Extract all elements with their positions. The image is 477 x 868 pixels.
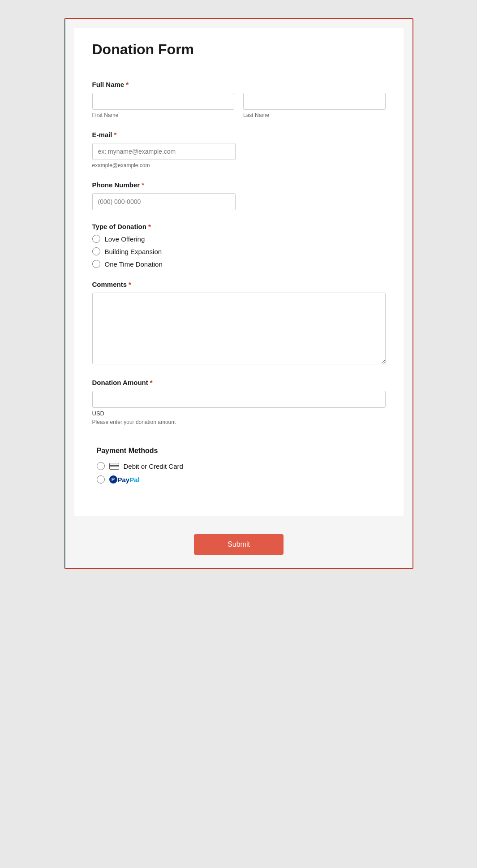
radio-building-expansion-label: Building Expansion bbox=[105, 248, 162, 255]
last-name-input[interactable] bbox=[243, 93, 386, 110]
first-name-col: First Name bbox=[92, 93, 235, 118]
paypal-logo: PPayPal bbox=[109, 475, 140, 484]
radio-one-time-donation-input[interactable] bbox=[92, 260, 100, 268]
radio-love-offering-input[interactable] bbox=[92, 235, 100, 243]
donation-amount-group: Donation Amount* USD Please enter your d… bbox=[92, 379, 386, 425]
first-name-input[interactable] bbox=[92, 93, 235, 110]
title-divider bbox=[92, 67, 386, 67]
radio-one-time-donation[interactable]: One Time Donation bbox=[92, 260, 386, 268]
donation-amount-input[interactable] bbox=[92, 391, 386, 408]
payment-radio-card[interactable] bbox=[97, 462, 105, 470]
phone-label: Phone Number* bbox=[92, 181, 386, 189]
submit-button[interactable]: Submit bbox=[194, 534, 284, 555]
radio-one-time-donation-label: One Time Donation bbox=[105, 260, 163, 268]
required-star: * bbox=[126, 81, 129, 88]
radio-building-expansion[interactable]: Building Expansion bbox=[92, 247, 386, 255]
required-star-comments: * bbox=[129, 281, 131, 288]
amount-hint: Please enter your donation amount bbox=[92, 419, 386, 425]
last-name-hint: Last Name bbox=[243, 112, 386, 118]
donation-type-label: Type of Donation* bbox=[92, 223, 386, 230]
comments-textarea[interactable] bbox=[92, 293, 386, 364]
required-star-phone: * bbox=[142, 181, 144, 189]
radio-building-expansion-input[interactable] bbox=[92, 247, 100, 255]
email-input[interactable] bbox=[92, 143, 236, 160]
radio-love-offering[interactable]: Love Offering bbox=[92, 235, 386, 243]
full-name-group: Full Name* First Name Last Name bbox=[92, 81, 386, 118]
currency-label: USD bbox=[92, 410, 386, 417]
form-container: Donation Form Full Name* First Name Last… bbox=[64, 18, 413, 569]
required-star-amount: * bbox=[150, 379, 153, 386]
credit-card-icon bbox=[109, 463, 119, 470]
donation-type-radio-group: Love Offering Building Expansion One Tim… bbox=[92, 235, 386, 268]
submit-section: Submit bbox=[65, 525, 413, 568]
donation-type-group: Type of Donation* Love Offering Building… bbox=[92, 223, 386, 268]
form-inner: Donation Form Full Name* First Name Last… bbox=[74, 28, 404, 516]
email-label: E-mail* bbox=[92, 131, 386, 138]
first-name-hint: First Name bbox=[92, 112, 235, 118]
full-name-label: Full Name* bbox=[92, 81, 386, 88]
radio-love-offering-label: Love Offering bbox=[105, 235, 145, 243]
email-group: E-mail* example@example.com bbox=[92, 131, 386, 168]
phone-group: Phone Number* bbox=[92, 181, 386, 210]
name-row: First Name Last Name bbox=[92, 93, 386, 118]
phone-input[interactable] bbox=[92, 193, 236, 210]
last-name-col: Last Name bbox=[243, 93, 386, 118]
payment-methods-section: Payment Methods Debit or Credit Card PPa… bbox=[92, 438, 386, 498]
donation-amount-label: Donation Amount* bbox=[92, 379, 386, 386]
payment-option-paypal: PPayPal bbox=[92, 475, 386, 484]
paypal-p-icon: P bbox=[109, 475, 117, 484]
comments-group: Comments* bbox=[92, 281, 386, 366]
payment-radio-paypal[interactable] bbox=[97, 475, 105, 484]
payment-methods-title: Payment Methods bbox=[92, 447, 386, 455]
email-hint: example@example.com bbox=[92, 162, 386, 168]
page-title: Donation Form bbox=[92, 41, 386, 58]
required-star-type: * bbox=[148, 223, 151, 230]
required-star-email: * bbox=[114, 131, 117, 138]
payment-card-label: Debit or Credit Card bbox=[124, 462, 183, 470]
comments-label: Comments* bbox=[92, 281, 386, 288]
payment-option-card: Debit or Credit Card bbox=[92, 462, 386, 470]
